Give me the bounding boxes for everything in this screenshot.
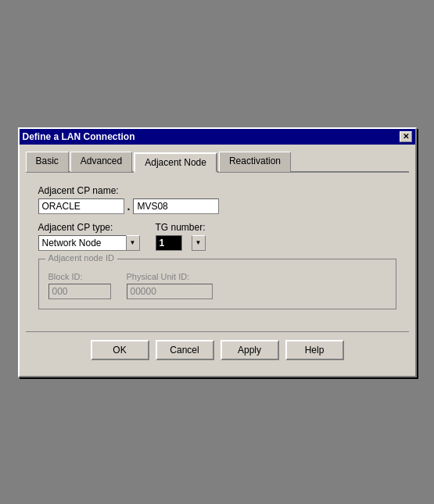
tg-number-input[interactable]: [156, 235, 182, 251]
dialog-title: Define a LAN Connection: [23, 131, 135, 142]
adjacent-cp-type-label: Adjacent CP type:: [38, 222, 140, 233]
tab-bar: Basic Advanced Adjacent Node Reactivatio…: [26, 151, 409, 173]
tab-reactivation[interactable]: Reactivation: [219, 152, 291, 172]
dialog: Define a LAN Connection ✕ Basic Advanced…: [18, 127, 417, 377]
close-button[interactable]: ✕: [400, 131, 412, 142]
adjacent-cp-name-inputs: .: [38, 198, 396, 214]
adjacent-cp-type-select-wrapper: Network Node End Node APPN Node: [38, 235, 140, 251]
adjacent-cp-name-label: Adjacent CP name:: [38, 185, 396, 196]
type-tg-row: Adjacent CP type: Network Node End Node …: [38, 222, 396, 251]
physical-unit-id-field: Physical Unit ID:: [127, 272, 213, 299]
adjacent-node-id-inner: Block ID: Physical Unit ID:: [48, 272, 386, 299]
adjacent-node-id-groupbox: Adjacent node ID Block ID: Physical Unit…: [38, 259, 396, 309]
tab-adjacent-node[interactable]: Adjacent Node: [134, 152, 217, 173]
title-bar: Define a LAN Connection ✕: [20, 129, 415, 145]
tg-number-label: TG number:: [156, 222, 206, 233]
block-id-input: [48, 284, 111, 299]
ok-button[interactable]: OK: [91, 340, 149, 360]
help-button[interactable]: Help: [285, 340, 344, 360]
cp-name-2-input[interactable]: [133, 198, 219, 214]
block-id-label: Block ID:: [48, 272, 111, 281]
cp-name-1-input[interactable]: [38, 198, 124, 214]
adjacent-cp-name-group: Adjacent CP name: .: [38, 185, 396, 214]
tab-advanced[interactable]: Advanced: [70, 152, 132, 172]
adjacent-cp-type-col: Adjacent CP type: Network Node End Node …: [38, 222, 140, 251]
adjacent-cp-type-select[interactable]: Network Node End Node APPN Node: [38, 235, 140, 251]
dialog-content: Basic Advanced Adjacent Node Reactivatio…: [20, 145, 415, 376]
dot-separator: .: [127, 200, 131, 213]
physical-unit-id-input: [127, 284, 213, 299]
physical-unit-id-label: Physical Unit ID:: [127, 272, 213, 281]
tg-number-select-wrapper: [156, 235, 206, 251]
tg-number-dropdown-arrow: [192, 235, 206, 251]
block-id-field: Block ID:: [48, 272, 111, 299]
button-row: OK Cancel Apply Help: [26, 331, 409, 370]
tg-number-col: TG number:: [156, 222, 206, 251]
adjacent-node-id-legend: Adjacent node ID: [45, 253, 117, 263]
cancel-button[interactable]: Cancel: [156, 340, 214, 360]
form-area: Adjacent CP name: . Adjacent CP type: Ne…: [26, 179, 409, 325]
apply-button[interactable]: Apply: [221, 340, 279, 360]
tab-basic[interactable]: Basic: [26, 152, 69, 172]
